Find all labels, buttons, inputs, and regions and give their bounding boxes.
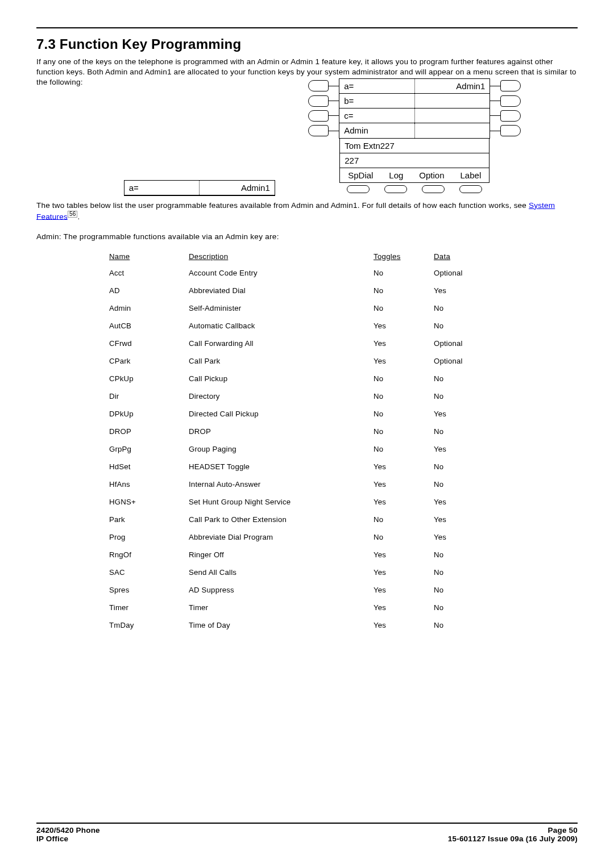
table-cell-data: Yes [434, 282, 491, 299]
intro-paragraph-2: The two tables below list the user progr… [36, 201, 578, 222]
table-cell-data: Optional [434, 335, 491, 352]
softkey-button [459, 185, 482, 193]
table-cell-data: Yes [434, 493, 491, 511]
table-row: ADAbbreviated DialNoYes [109, 282, 491, 299]
table-cell-name: GrpPg [109, 440, 189, 458]
table-cell-name: Dir [109, 387, 189, 405]
lcd-user-row: Tom Extn227 [339, 139, 489, 153]
table-row: HGNS+Set Hunt Group Night ServiceYesYes [109, 493, 491, 511]
table-row: CFrwdCall Forwarding AllYesOptional [109, 335, 491, 352]
table-cell-toggles: Yes [374, 599, 434, 616]
feature-key-left-admin [308, 125, 329, 136]
softkey-label: Label [460, 170, 482, 180]
table-cell-toggles: No [374, 282, 434, 299]
table-cell-toggles: Yes [374, 458, 434, 475]
table-cell-data: No [434, 616, 491, 634]
table-cell-data: Yes [434, 528, 491, 546]
table-cell-desc: Timer [189, 599, 374, 616]
table-cell-desc: Internal Auto-Answer [189, 475, 374, 493]
table-cell-toggles: Yes [374, 317, 434, 335]
bottom-rule [36, 823, 578, 824]
table-cell-name: Spres [109, 581, 189, 599]
lcd-softkeys-row: SpDial Log Option Label [339, 168, 489, 183]
table-row: RngOfRinger OffYesNo [109, 546, 491, 564]
table-cell-toggles: No [374, 440, 434, 458]
table-cell-name: Timer [109, 599, 189, 616]
table-cell-name: DROP [109, 423, 189, 440]
table-cell-name: HGNS+ [109, 493, 189, 511]
top-rule [36, 27, 578, 28]
softkey-label: SpDial [348, 170, 373, 180]
feature-key-right-a [500, 80, 521, 91]
table-row: HfAnsInternal Auto-AnswerYesNo [109, 475, 491, 493]
table-row: AcctAccount Code EntryNoOptional [109, 264, 491, 282]
table-cell-toggles: Yes [374, 616, 434, 634]
table-cell-desc: Abbreviate Dial Program [189, 528, 374, 546]
table-cell-data: Optional [434, 352, 491, 370]
table-cell-data: No [434, 299, 491, 317]
table-cell-desc: Send All Calls [189, 564, 374, 581]
table-cell-name: DPkUp [109, 405, 189, 423]
table-cell-name: Prog [109, 528, 189, 546]
lcd-a-right: Admin1 [200, 181, 275, 195]
table-row: AdminSelf-AdministerNoNo [109, 299, 491, 317]
table-cell-desc: Ringer Off [189, 546, 374, 564]
table-cell-data: No [434, 387, 491, 405]
lcd-ext-row: 227 [339, 153, 489, 168]
table-cell-data: No [434, 581, 491, 599]
table-cell-desc: Call Forwarding All [189, 335, 374, 352]
feature-key-left-b [308, 95, 329, 107]
table-cell-desc: Set Hunt Group Night Service [189, 493, 374, 511]
table-cell-name: AD [109, 282, 189, 299]
table-cell-data: No [434, 423, 491, 440]
table-cell-toggles: No [374, 405, 434, 423]
page-heading: 7.3 Function Key Programming [36, 36, 578, 52]
footer-phone-model: 2420/5420 Phone [36, 826, 100, 834]
table-cell-desc: Directed Call Pickup [189, 405, 374, 423]
softkey-button [347, 185, 370, 193]
table-cell-data: No [434, 546, 491, 564]
table-cell-desc: Call Park [189, 352, 374, 370]
table-row: ProgAbbreviate Dial ProgramNoYes [109, 528, 491, 546]
table-cell-toggles: Yes [374, 335, 434, 352]
footer-product: IP Office [36, 834, 68, 843]
th-name: Name [109, 249, 189, 264]
table-row: TimerTimerYesNo [109, 599, 491, 616]
table-row: DPkUpDirected Call PickupNoYes [109, 405, 491, 423]
table-cell-desc: Group Paging [189, 440, 374, 458]
table-row: AutCBAutomatic CallbackYesNo [109, 317, 491, 335]
table-cell-desc: Call Park to Other Extension [189, 511, 374, 528]
table-cell-toggles: Yes [374, 352, 434, 370]
table-cell-desc: Abbreviated Dial [189, 282, 374, 299]
table-cell-toggles: No [374, 387, 434, 405]
table-cell-desc: Self-Administer [189, 299, 374, 317]
table-cell-toggles: Yes [374, 581, 434, 599]
softkey-button [384, 185, 407, 193]
table-cell-name: HdSet [109, 458, 189, 475]
connector [329, 86, 339, 86]
table-cell-toggles: No [374, 370, 434, 387]
table-cell-name: CPark [109, 352, 189, 370]
table-row: DROPDROPNoNo [109, 423, 491, 440]
table-cell-desc: DROP [189, 423, 374, 440]
table-cell-toggles: No [374, 423, 434, 440]
table-row: ParkCall Park to Other ExtensionNoYes [109, 511, 491, 528]
table-cell-data: Yes [434, 440, 491, 458]
table-cell-toggles: No [374, 511, 434, 528]
page-footer: 2420/5420 Phone Page 50 IP Office 15-601… [36, 823, 578, 843]
softkey-label: Log [389, 170, 403, 180]
table-cell-data: Yes [434, 511, 491, 528]
softkey-label: Option [419, 170, 444, 180]
table-cell-name: Admin [109, 299, 189, 317]
th-data: Data [434, 249, 491, 264]
table-cell-data: Yes [434, 405, 491, 423]
table-cell-data: No [434, 599, 491, 616]
feature-key-right-c [500, 110, 521, 122]
phone-lcd-diagram: a=Admin1 a=Admin1 b= [36, 94, 578, 196]
th-desc: Description [189, 249, 374, 264]
table-cell-toggles: No [374, 528, 434, 546]
table-cell-data: No [434, 475, 491, 493]
table-cell-toggles: No [374, 299, 434, 317]
feature-key-right-admin [500, 125, 521, 136]
admin-subhead: Admin: The programmable functions availa… [36, 232, 578, 241]
